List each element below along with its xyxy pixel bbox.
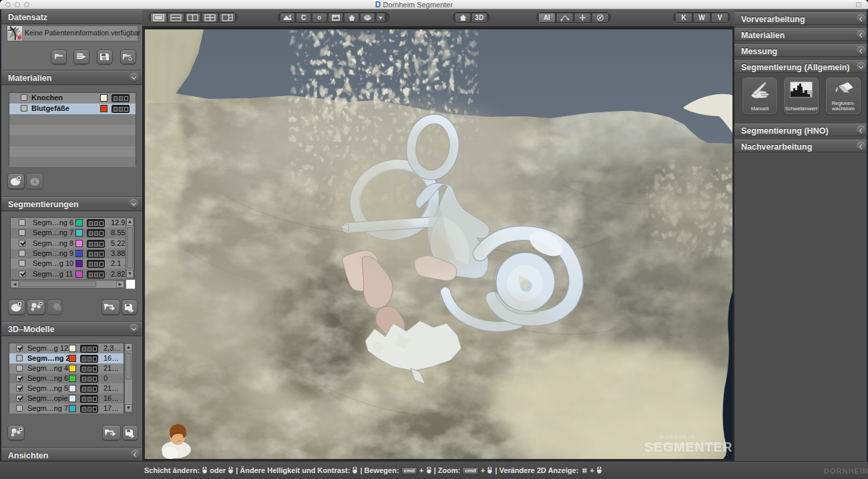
svg-text:DORNHEIM: DORNHEIM <box>660 434 696 439</box>
svg-text:SEGMENTER: SEGMENTER <box>644 440 732 454</box>
